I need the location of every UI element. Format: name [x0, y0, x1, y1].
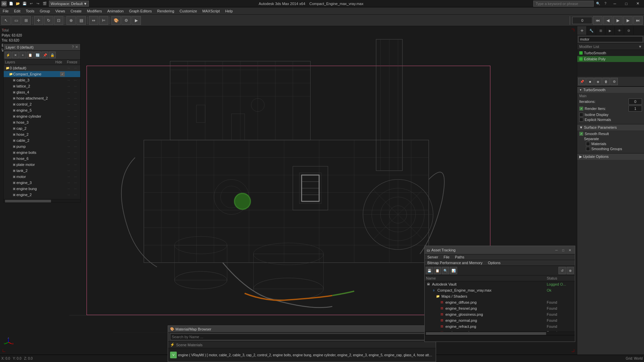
modifier-search-input[interactable] [578, 36, 643, 42]
turbosmooth-header[interactable]: ▼ TurboSmooth [577, 87, 644, 93]
modifier-turbosmooth[interactable]: TurboSmooth [577, 50, 644, 56]
menu-animation[interactable]: Animation [105, 7, 126, 15]
sp-materials-checkbox[interactable] [586, 142, 590, 146]
layer-item[interactable]: ▣ engine bung ··· ··· [4, 186, 80, 192]
modifier-list-dropdown-icon[interactable]: ▼ [638, 45, 642, 49]
layer-item[interactable]: 📁 Compact_Engine ✓ ··· ··· [4, 71, 80, 77]
play-btn[interactable]: ▶ [613, 16, 623, 25]
asset-list-item[interactable]: 🖼 engine_specular.png Found [425, 329, 575, 331]
menu-modifiers[interactable]: Modifiers [84, 7, 105, 15]
select-region-btn[interactable]: ▭ [11, 16, 21, 25]
modifier-editable-poly[interactable]: Editable Poly [577, 56, 644, 62]
asset-tb-add-btn[interactable]: ⊕ [567, 267, 574, 274]
surface-params-header[interactable]: ▼ Surface Parameters [577, 124, 644, 130]
asset-list-item[interactable]: 3 Compact_Engine_max_vray.max Ok [425, 287, 575, 293]
asset-tb-search-btn[interactable]: 🔍 [442, 267, 449, 274]
menu-customize[interactable]: Customize [177, 7, 200, 15]
workspace-dropdown[interactable]: Workspace: Default ▼ [49, 1, 89, 7]
remove-modifier-btn[interactable]: 🗑 [602, 78, 610, 85]
asset-minimize-btn[interactable]: ─ [553, 247, 559, 253]
ts-explicit-checkbox[interactable] [579, 118, 583, 122]
layer-select-btn[interactable]: 📋 [27, 52, 34, 58]
scale-btn[interactable]: ⊡ [54, 16, 63, 25]
update-options-header[interactable]: ▶ Update Options [577, 154, 644, 160]
layer-panel-close-btn[interactable]: ✕ [75, 45, 78, 49]
prev-frame-btn[interactable]: ◀ [603, 16, 612, 25]
layer-item[interactable]: ▣ engine_2 ··· ··· [4, 192, 80, 198]
layer-new-btn[interactable]: ⚡ [5, 52, 11, 58]
layer-item[interactable]: ▣ engine_5 ··· ··· [4, 107, 80, 113]
create-tab[interactable]: ✛ [577, 26, 587, 35]
asset-tb-refresh-btn[interactable]: ↺ [558, 267, 566, 274]
menu-create[interactable]: Create [68, 7, 84, 15]
layer-item[interactable]: ▣ hose_2 ··· ··· [4, 131, 80, 137]
layer-scrollbar-h[interactable] [4, 199, 80, 202]
make-unique-btn[interactable]: ◈ [594, 78, 602, 85]
layer-panel-help-btn[interactable]: ? [72, 45, 74, 49]
menu-tools[interactable]: Tools [23, 7, 37, 15]
restore-button[interactable]: □ [621, 1, 631, 7]
frame-input[interactable] [572, 17, 592, 24]
redo-btn[interactable]: ↪ [35, 1, 41, 7]
go-to-end-btn[interactable]: ⏭ [633, 16, 643, 25]
asset-list-item[interactable]: 🖼 engine_refract.png Found [425, 323, 575, 329]
layer-item[interactable]: ▣ cap_2 ··· ··· [4, 125, 80, 131]
render-setup-btn[interactable]: ⚙ [121, 16, 131, 25]
pivot-btn[interactable]: ⊕ [66, 16, 76, 25]
layer-item[interactable]: ▣ glass_4 ··· ··· [4, 89, 80, 95]
layer-pin-btn[interactable]: 📌 [42, 52, 48, 58]
asset-list-item[interactable]: 🖼 engine_diffuse.png Found [425, 299, 575, 305]
render-btn[interactable]: 🎬 [42, 1, 48, 7]
layer-item[interactable]: ▣ pump ··· ··· [4, 143, 80, 149]
menu-file[interactable]: File [0, 7, 11, 15]
open-btn[interactable]: 📂 [15, 1, 21, 7]
close-button[interactable]: ✕ [633, 1, 643, 7]
asset-list-item[interactable]: 🏛 Autodesk Vault Logged O... [425, 281, 575, 287]
display-tab[interactable]: 👁 [615, 26, 624, 35]
menu-graph-editors[interactable]: Graph Editors [126, 7, 155, 15]
motion-tab[interactable]: ▶ [605, 26, 615, 35]
utilities-tab[interactable]: ⚙ [624, 26, 634, 35]
asset-restore-btn[interactable]: □ [560, 247, 566, 253]
layer-item[interactable]: ▣ cable_3 ··· ··· [4, 77, 80, 83]
menu-rendering[interactable]: Rendering [155, 7, 177, 15]
layer-item[interactable]: ▣ plate motor ··· ··· [4, 162, 80, 168]
layer-btn[interactable]: ▤ [76, 16, 86, 25]
help-icon[interactable]: ? [602, 1, 608, 7]
asset-list-item[interactable]: 📁 Maps / Shaders [425, 293, 575, 299]
layer-refresh-btn[interactable]: 🔄 [34, 52, 41, 58]
minimize-button[interactable]: ─ [610, 1, 620, 7]
ts-iterations-input[interactable] [629, 99, 642, 105]
asset-list-item[interactable]: 🖼 engine_fresnel.png Found [425, 305, 575, 311]
asset-scrollbar-h[interactable] [425, 331, 575, 335]
layer-item[interactable]: ▣ motor ··· ··· [4, 174, 80, 180]
asset-list-item[interactable]: 🖼 engine_normal.png Found [425, 317, 575, 323]
layer-item[interactable]: ▣ hose attachment_2 ··· ··· [4, 95, 80, 101]
asset-tb-chart-btn[interactable]: 📊 [450, 267, 457, 274]
sp-smoothing-groups-checkbox[interactable] [586, 147, 590, 151]
layer-add-obj-btn[interactable]: + [19, 52, 26, 58]
move-btn[interactable]: ✛ [34, 16, 43, 25]
asset-menu-paths[interactable]: Paths [452, 254, 467, 260]
go-to-start-btn[interactable]: ⏮ [593, 16, 602, 25]
material-row[interactable]: V engine ( VRayMtl ) [ motor, cable_2, c… [170, 352, 434, 358]
asset-menu-file[interactable]: File [441, 254, 452, 260]
save-btn[interactable]: 💾 [21, 1, 28, 7]
layer-item[interactable]: ▣ hose_6 ··· ··· [4, 156, 80, 162]
menu-edit[interactable]: Edit [11, 7, 23, 15]
asset-path-input[interactable] [425, 335, 575, 342]
show-result-btn[interactable]: ■ [586, 78, 594, 85]
asset-submenu-bitmap[interactable]: Bitmap Performance and Memory [425, 260, 485, 265]
menu-views[interactable]: Views [53, 7, 68, 15]
ts-isoline-checkbox[interactable] [579, 113, 583, 117]
layer-delete-btn[interactable]: ✕ [12, 52, 19, 58]
configure-btn[interactable]: ⚙ [610, 78, 618, 85]
rotate-btn[interactable]: ↻ [44, 16, 53, 25]
ts-render-iters-input[interactable] [629, 106, 642, 112]
asset-close-btn[interactable]: ✕ [567, 247, 573, 253]
asset-submenu-options[interactable]: Options [485, 260, 503, 265]
layer-item[interactable]: ▣ lattice_2 ··· ··· [4, 83, 80, 89]
sp-smooth-result-checkbox[interactable]: ✓ [579, 132, 583, 136]
layer-item[interactable]: 📁 0 (default) ··· ··· [4, 65, 80, 71]
menu-group[interactable]: Group [37, 7, 53, 15]
